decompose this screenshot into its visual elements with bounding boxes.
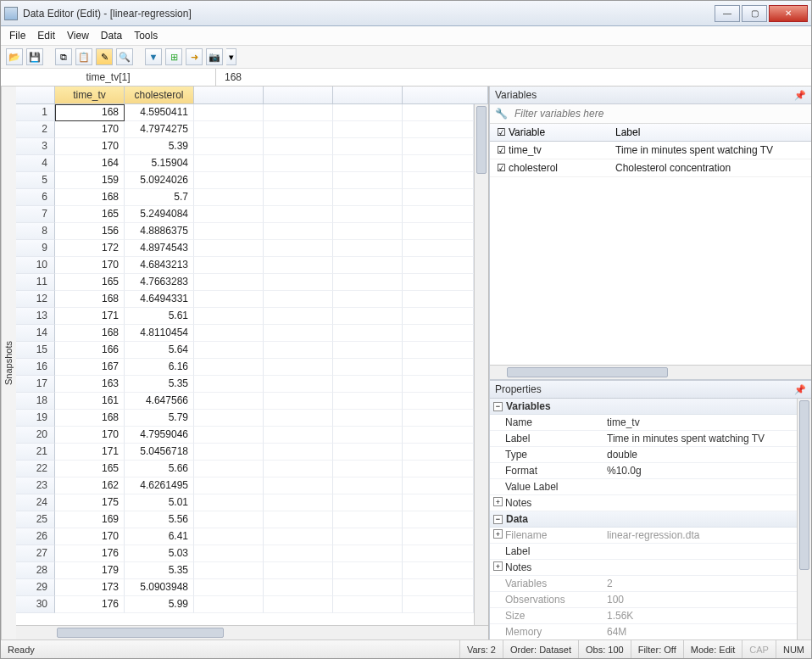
property-row[interactable]: +Filenamelinear-regression.dta [490,528,797,544]
property-value[interactable] [607,545,797,557]
cell[interactable]: 5.2494084 [125,206,194,223]
cell-blank[interactable] [194,528,264,545]
property-row[interactable]: Format%10.0g [490,463,797,479]
cell[interactable]: 162 [55,477,125,494]
cell-blank[interactable] [264,562,333,579]
cell[interactable]: 173 [55,579,125,596]
cell[interactable]: 4.7959046 [125,427,194,444]
row-number[interactable]: 4 [16,155,55,172]
cell-blank[interactable] [264,461,333,477]
cell[interactable]: 6.41 [125,528,194,545]
find-icon[interactable]: ➜ [186,48,203,65]
cell-blank[interactable] [333,562,403,579]
expand-icon[interactable]: + [493,561,503,571]
cell-blank[interactable] [403,104,474,121]
row-number[interactable]: 8 [16,223,55,240]
cell-blank[interactable] [403,342,474,359]
cell-blank[interactable] [194,444,264,461]
cell-blank[interactable] [403,427,474,444]
cell[interactable]: 168 [55,410,125,427]
cell-blank[interactable] [333,325,403,342]
cell-blank[interactable] [403,562,474,579]
cell-blank[interactable] [403,461,474,477]
pin-icon[interactable]: 📌 [794,384,806,395]
cell-blank[interactable] [264,308,333,325]
cell[interactable]: 5.0456718 [125,444,194,461]
cell-blank[interactable] [194,240,264,257]
cell-blank[interactable] [333,308,403,325]
snapshots-tab[interactable]: Snapshots [1,87,16,639]
row-number[interactable]: 14 [16,325,55,342]
cell[interactable]: 5.66 [125,461,194,477]
property-value[interactable]: Time in minutes spent watching TV [607,433,797,444]
cell-blank[interactable] [194,562,264,579]
pin-icon[interactable]: 📌 [794,90,806,101]
close-button[interactable]: ✕ [769,5,808,22]
cell-blank[interactable] [194,172,264,189]
property-row[interactable]: Observations100 [490,592,797,608]
property-row[interactable]: LabelTime in minutes spent watching TV [490,431,797,447]
cell-blank[interactable] [403,308,474,325]
cell-blank[interactable] [194,206,264,223]
cell-blank[interactable] [403,274,474,291]
property-row[interactable]: Value Label [490,479,797,495]
variable-row[interactable]: ☑ time_tv Time in minutes spent watching… [490,142,811,159]
properties-section-data[interactable]: − Data [490,511,797,528]
cell[interactable]: 171 [55,444,125,461]
row-number[interactable]: 30 [16,596,55,613]
cell[interactable]: 5.15904 [125,155,194,172]
row-number[interactable]: 2 [16,121,55,138]
cell[interactable]: 5.01 [125,494,194,511]
cell[interactable]: 168 [55,104,125,121]
cell[interactable]: 5.7 [125,189,194,206]
cell-blank[interactable] [264,138,333,155]
row-number[interactable]: 26 [16,528,55,545]
cell-blank[interactable] [264,172,333,189]
cell-blank[interactable] [264,257,333,274]
cell-blank[interactable] [333,206,403,223]
variable-manager-icon[interactable]: ⊞ [165,48,182,65]
cell-blank[interactable] [333,545,403,562]
cell[interactable]: 164 [55,155,125,172]
menu-tools[interactable]: Tools [134,30,158,42]
row-number[interactable]: 16 [16,359,55,376]
property-value[interactable]: linear-regression.dta [607,529,797,541]
cell-blank[interactable] [194,325,264,342]
filter-variables-input[interactable] [513,107,806,120]
cell-blank[interactable] [194,545,264,562]
cell[interactable]: 166 [55,342,125,359]
cell-blank[interactable] [264,427,333,444]
property-row[interactable]: Memory64M [490,624,797,639]
cell[interactable]: 179 [55,562,125,579]
cell-blank[interactable] [264,444,333,461]
cell-blank[interactable] [403,410,474,427]
expand-icon[interactable]: + [493,529,503,539]
paste-icon[interactable]: 📋 [75,48,92,65]
properties-vertical-scrollbar[interactable] [797,399,811,639]
row-number[interactable]: 15 [16,342,55,359]
cell[interactable]: 5.0903948 [125,579,194,596]
cell[interactable]: 170 [55,528,125,545]
cell-blank[interactable] [403,444,474,461]
cell-blank[interactable] [264,104,333,121]
cell[interactable]: 4.647566 [125,393,194,410]
cell[interactable]: 168 [55,291,125,308]
cell-blank[interactable] [403,325,474,342]
cell[interactable]: 171 [55,308,125,325]
cell-blank[interactable] [264,596,333,613]
cell[interactable]: 165 [55,206,125,223]
cell[interactable]: 5.99 [125,596,194,613]
cell-blank[interactable] [333,223,403,240]
cell-blank[interactable] [194,308,264,325]
cell-blank[interactable] [333,477,403,494]
cell[interactable]: 4.6494331 [125,291,194,308]
cell-blank[interactable] [264,545,333,562]
wrench-icon[interactable]: 🔧 [495,108,508,120]
cell[interactable]: 175 [55,494,125,511]
cell-blank[interactable] [333,291,403,308]
cell-blank[interactable] [403,477,474,494]
cell-blank[interactable] [194,376,264,393]
menu-edit[interactable]: Edit [37,30,55,42]
cell-blank[interactable] [194,477,264,494]
cell-blank[interactable] [264,579,333,596]
